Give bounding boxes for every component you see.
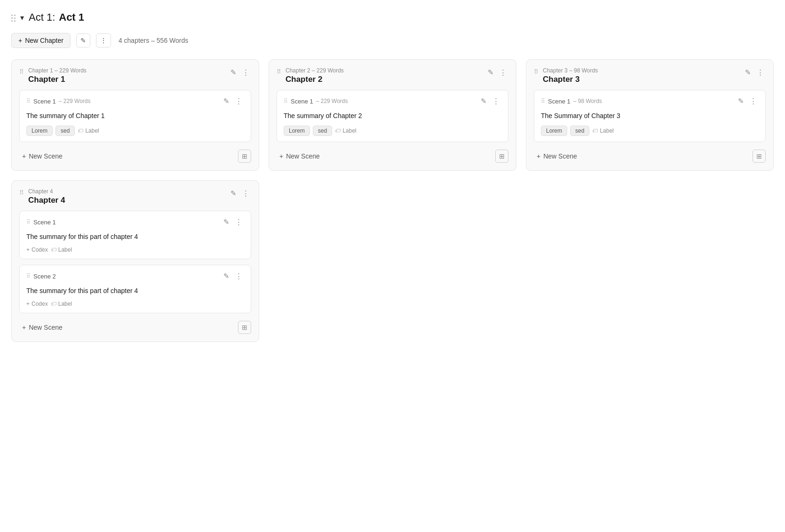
scene-drag-handle[interactable]: ⠿ <box>26 219 31 225</box>
scene-drag-handle[interactable]: ⠿ <box>541 98 545 104</box>
codex-tag[interactable]: + Codex <box>26 246 48 253</box>
edit-scene-button[interactable]: ✎ <box>736 96 746 106</box>
scene-tags: Loremsed 🏷 Label <box>541 126 759 136</box>
scene-summary: The summary of Chapter 1 <box>26 111 244 121</box>
scene-meta: – 229 Words <box>316 98 348 104</box>
new-scene-button[interactable]: + New Scene <box>19 322 65 333</box>
scene-header: ⠿ Scene 2 ✎ ⋮ <box>26 271 244 281</box>
act-collapse-button[interactable]: ▾ <box>19 13 25 22</box>
scene-title: Scene 1 <box>33 98 56 105</box>
plus-icon: + <box>22 152 26 160</box>
new-scene-row: + New Scene ⊞ <box>19 148 251 163</box>
chapter-header: ⠿ Chapter 4 Chapter 4 ✎ ⋮ <box>19 188 251 205</box>
scene-summary: The summary for this part of chapter 4 <box>26 286 244 296</box>
chapter-meta: Chapter 2 – 229 Words <box>285 67 344 74</box>
plus-icon: + <box>26 246 30 253</box>
tag-icon: 🏷 <box>78 127 83 134</box>
label-text: Label <box>58 301 72 307</box>
act-header: ▾ Act 1: Act 1 <box>11 11 774 24</box>
scene-tag[interactable]: sed <box>56 126 75 136</box>
scene-more-button[interactable]: ⋮ <box>233 96 244 106</box>
edit-scene-button[interactable]: ✎ <box>222 96 231 106</box>
new-scene-button[interactable]: + New Scene <box>534 151 580 162</box>
edit-act-button[interactable]: ✎ <box>76 33 90 48</box>
edit-chapter-button[interactable]: ✎ <box>743 67 753 78</box>
chapter-drag-handle[interactable]: ⠿ <box>277 68 282 75</box>
label-text: Label <box>58 246 72 253</box>
chapter-header: ⠿ Chapter 2 – 229 Words Chapter 2 ✎ ⋮ <box>277 67 508 84</box>
new-scene-label: New Scene <box>29 152 63 160</box>
chapter-drag-handle[interactable]: ⠿ <box>534 68 539 75</box>
label-tag[interactable]: 🏷 Label <box>51 301 72 307</box>
new-scene-button[interactable]: + New Scene <box>277 151 323 162</box>
chapter-drag-handle[interactable]: ⠿ <box>19 189 24 196</box>
scene-header: ⠿ Scene 1 – 229 Words ✎ ⋮ <box>284 96 501 106</box>
new-chapter-button[interactable]: + New Chapter <box>11 33 71 48</box>
new-scene-label: New Scene <box>29 324 63 331</box>
tag-icon: 🏷 <box>592 127 598 134</box>
label-text: Label <box>85 127 99 134</box>
scene-drag-handle[interactable]: ⠿ <box>26 273 31 279</box>
scene-more-button[interactable]: ⋮ <box>748 96 759 106</box>
new-scene-row: + New Scene ⊞ <box>19 319 251 334</box>
chapter-more-button[interactable]: ⋮ <box>755 67 766 78</box>
act-drag-handle[interactable] <box>11 15 16 22</box>
chapter-card-ch4: ⠿ Chapter 4 Chapter 4 ✎ ⋮ ⠿ Scene 1 ✎ <box>11 180 259 342</box>
scene-tag[interactable]: Lorem <box>284 126 310 136</box>
codex-label: Codex <box>32 301 48 307</box>
chapter-more-button[interactable]: ⋮ <box>498 67 508 78</box>
act-name: Act 1 <box>59 11 84 24</box>
label-tag[interactable]: 🏷 Label <box>51 246 72 253</box>
act-toolbar: + New Chapter ✎ ⋮ 4 chapters – 556 Words <box>11 33 774 48</box>
scene-drag-handle[interactable]: ⠿ <box>26 98 31 104</box>
scene-tags: + Codex 🏷 Label <box>26 246 244 253</box>
chapter-meta: Chapter 4 <box>28 188 65 195</box>
chapter-more-button[interactable]: ⋮ <box>240 67 251 78</box>
add-scene-icon-button[interactable]: ⊞ <box>238 321 251 334</box>
scene-tag[interactable]: sed <box>313 126 332 136</box>
act-more-button[interactable]: ⋮ <box>96 33 111 48</box>
add-scene-icon-button[interactable]: ⊞ <box>238 150 251 163</box>
scene-card-ch3-sc1: ⠿ Scene 1 – 98 Words ✎ ⋮ The Summary of … <box>534 90 766 142</box>
scene-more-button[interactable]: ⋮ <box>233 271 244 281</box>
scene-tag[interactable]: Lorem <box>26 126 53 136</box>
chapter-drag-handle[interactable]: ⠿ <box>19 68 24 75</box>
edit-scene-button[interactable]: ✎ <box>479 96 489 106</box>
add-scene-icon-button[interactable]: ⊞ <box>753 150 766 163</box>
new-scene-label: New Scene <box>286 152 320 160</box>
edit-scene-button[interactable]: ✎ <box>222 217 231 227</box>
chapter-title: Chapter 2 <box>285 75 344 84</box>
scene-tag[interactable]: sed <box>570 126 589 136</box>
plus-icon: + <box>279 152 283 160</box>
edit-chapter-button[interactable]: ✎ <box>229 67 238 78</box>
label-tag[interactable]: 🏷 Label <box>592 127 613 134</box>
scene-meta: – 98 Words <box>573 98 602 104</box>
codex-tag[interactable]: + Codex <box>26 301 48 307</box>
scene-more-button[interactable]: ⋮ <box>233 217 244 227</box>
scene-summary: The Summary of Chapter 3 <box>541 111 759 121</box>
edit-chapter-button[interactable]: ✎ <box>229 188 238 199</box>
edit-chapter-button[interactable]: ✎ <box>486 67 496 78</box>
new-scene-button[interactable]: + New Scene <box>19 151 65 162</box>
edit-scene-button[interactable]: ✎ <box>222 271 231 281</box>
codex-label: Codex <box>32 246 48 253</box>
label-tag[interactable]: 🏷 Label <box>335 127 356 134</box>
plus-icon: + <box>18 37 22 44</box>
chapter-more-button[interactable]: ⋮ <box>240 188 251 199</box>
add-scene-icon-button[interactable]: ⊞ <box>495 150 508 163</box>
scene-meta: – 229 Words <box>59 98 91 104</box>
chapter-meta: Chapter 3 – 98 Words <box>543 67 598 74</box>
label-tag[interactable]: 🏷 Label <box>78 127 99 134</box>
scene-tag[interactable]: Lorem <box>541 126 567 136</box>
tag-icon: 🏷 <box>51 246 56 253</box>
plus-icon: + <box>26 301 30 307</box>
chapter-title: Chapter 3 <box>543 75 598 84</box>
chapter-card-ch1: ⠿ Chapter 1 – 229 Words Chapter 1 ✎ ⋮ ⠿ … <box>11 59 259 171</box>
tag-icon: 🏷 <box>335 127 341 134</box>
scene-drag-handle[interactable]: ⠿ <box>284 98 288 104</box>
scene-tags: Loremsed 🏷 Label <box>284 126 501 136</box>
act-label: Act 1: <box>29 11 55 24</box>
scene-more-button[interactable]: ⋮ <box>491 96 501 106</box>
folder-plus-icon: ⊞ <box>242 152 247 160</box>
scene-summary: The summary of Chapter 2 <box>284 111 501 121</box>
